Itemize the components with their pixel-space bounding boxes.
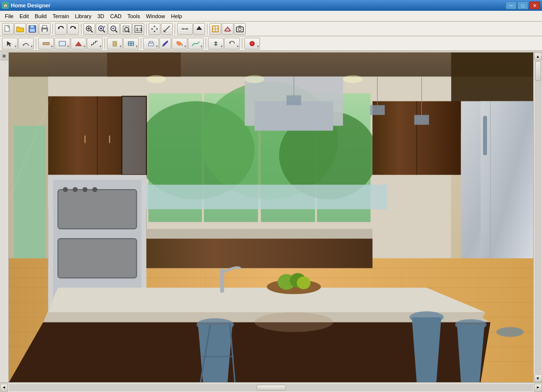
stair-button[interactable]: ▾	[87, 38, 103, 49]
svg-line-30	[164, 26, 170, 32]
svg-marker-35	[182, 28, 183, 29]
terrain-button[interactable]: ▾	[188, 38, 204, 49]
pencil-button[interactable]	[159, 38, 171, 49]
svg-rect-81	[122, 97, 146, 175]
svg-rect-118	[58, 239, 136, 278]
fixture-button[interactable]: ▾	[143, 38, 159, 49]
room-button[interactable]: ▾	[54, 38, 70, 49]
svg-point-120	[73, 187, 77, 192]
menu-window[interactable]: Window	[143, 12, 168, 20]
viewport	[9, 52, 533, 382]
svg-rect-6	[43, 29, 47, 32]
svg-marker-29	[156, 28, 158, 30]
scroll-up-button[interactable]: ▲	[534, 52, 542, 60]
menu-help[interactable]: Help	[168, 12, 185, 20]
ortho-button[interactable]	[177, 23, 193, 35]
t2-separator2	[104, 38, 105, 49]
print-button[interactable]	[39, 23, 51, 35]
zoom-in-button[interactable]: +	[96, 23, 107, 35]
svg-rect-94	[370, 105, 385, 115]
svg-line-23	[128, 31, 129, 32]
scroll-left-button[interactable]: ◄	[0, 384, 8, 392]
t2-separator5	[242, 38, 242, 49]
menu-build[interactable]: Build	[32, 12, 50, 20]
svg-text:+: +	[103, 25, 105, 28]
svg-point-49	[116, 44, 117, 45]
t2-separator4	[206, 38, 206, 49]
svg-line-19	[115, 30, 117, 32]
paint-button[interactable]: ▾	[172, 38, 187, 49]
title-bar-left: 🏠 Home Designer	[2, 2, 51, 9]
3d-view-button[interactable]	[222, 23, 233, 35]
svg-marker-43	[7, 41, 11, 46]
title-bar: 🏠 Home Designer ─ □ ✕	[0, 0, 542, 11]
menu-3d[interactable]: 3D	[94, 12, 107, 20]
svg-point-148	[255, 312, 333, 332]
up-arrow-button[interactable]	[193, 23, 205, 35]
scroll-track[interactable]	[535, 61, 542, 374]
wall-button[interactable]: ▾	[38, 38, 54, 49]
door-button[interactable]: ▾	[107, 38, 123, 49]
close-button[interactable]: ✕	[529, 1, 540, 9]
minimize-button[interactable]: ─	[506, 1, 516, 9]
menu-tools[interactable]: Tools	[125, 12, 143, 20]
svg-marker-144	[198, 324, 232, 382]
open-button[interactable]	[14, 23, 26, 35]
undo-button[interactable]	[55, 23, 67, 35]
separator5	[207, 24, 207, 34]
svg-point-149	[147, 75, 166, 83]
vertical-scrollbar[interactable]: ▲ ▼	[533, 52, 542, 382]
svg-marker-27	[154, 31, 155, 32]
cam-move-button[interactable]: ▾	[208, 38, 224, 49]
record-button[interactable]: ▾	[244, 38, 260, 49]
kitchen-render-svg	[9, 52, 533, 382]
floor-plan-button[interactable]	[209, 23, 221, 35]
svg-rect-96	[414, 115, 429, 125]
camera-view-button[interactable]	[234, 23, 246, 35]
menu-file[interactable]: File	[2, 12, 17, 20]
scroll-right-button[interactable]: ►	[534, 384, 542, 392]
rotate-button[interactable]: ▾	[224, 38, 240, 49]
pan-button[interactable]	[149, 23, 160, 35]
toolbar2: ▾ ▾ ▾ ▾ ▾ ▾ ▾ ▾ ▾ ▾ ▾	[0, 36, 542, 51]
menu-edit[interactable]: Edit	[17, 12, 32, 20]
svg-marker-47	[76, 42, 82, 46]
select-button[interactable]: ▾	[2, 38, 18, 49]
zoom-real-button[interactable]: 1:1	[132, 23, 144, 35]
app-icon: 🏠	[2, 2, 9, 9]
hscroll-track[interactable]	[9, 384, 533, 391]
menu-terrain[interactable]: Terrain	[50, 12, 72, 20]
window-button[interactable]: ▾	[123, 38, 139, 49]
hscroll-thumb[interactable]	[257, 385, 286, 391]
arc-select-button[interactable]: ▾	[18, 38, 34, 49]
svg-line-57	[181, 44, 182, 46]
measure-button[interactable]	[161, 23, 173, 35]
redo-button[interactable]	[67, 23, 79, 35]
save-button[interactable]	[26, 23, 38, 35]
svg-marker-36	[196, 26, 202, 30]
scroll-down-button[interactable]: ▼	[534, 374, 542, 382]
t2-separator3	[141, 38, 141, 49]
svg-point-150	[245, 75, 264, 83]
svg-marker-58	[214, 41, 217, 46]
svg-rect-46	[59, 41, 66, 46]
maximize-button[interactable]: □	[517, 1, 528, 9]
svg-point-142	[496, 327, 524, 337]
zoom-fit-button[interactable]	[83, 23, 95, 35]
zoom-out-button[interactable]	[108, 23, 120, 35]
svg-point-137	[297, 276, 310, 289]
new-button[interactable]	[2, 23, 14, 35]
roof-button[interactable]: ▾	[71, 38, 86, 49]
zoom-box-button[interactable]	[120, 23, 132, 35]
svg-point-42	[238, 28, 241, 31]
svg-point-61	[251, 42, 254, 45]
menu-cad[interactable]: CAD	[107, 12, 124, 20]
svg-rect-92	[286, 96, 301, 105]
menu-bar: File Edit Build Terrain Library 3D CAD T…	[0, 11, 542, 22]
svg-marker-130	[48, 288, 486, 312]
scroll-thumb[interactable]	[535, 61, 541, 81]
svg-point-119	[63, 187, 68, 192]
horizontal-scrollbar[interactable]: ◄ ►	[0, 382, 542, 392]
svg-rect-64	[14, 126, 46, 264]
menu-library[interactable]: Library	[72, 12, 95, 20]
